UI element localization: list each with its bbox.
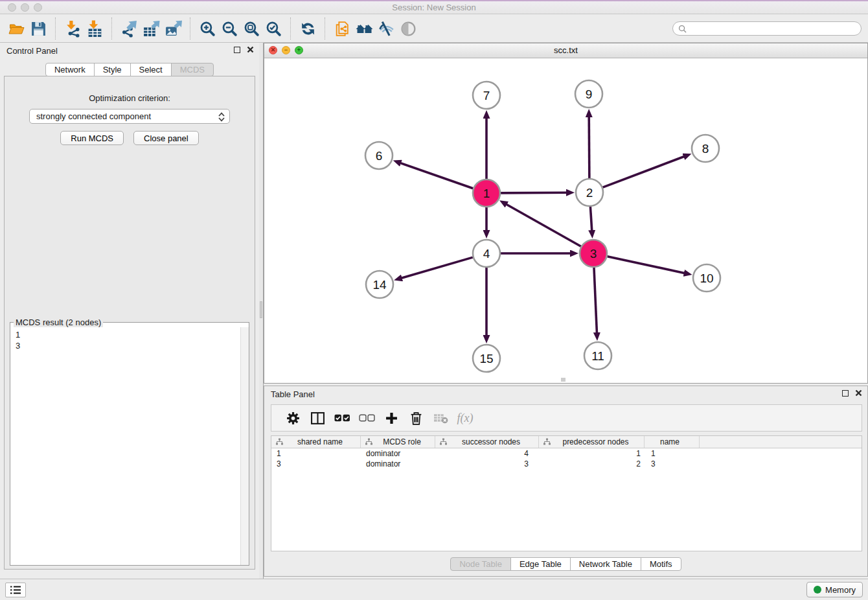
- column-header-shared-name[interactable]: shared name: [271, 436, 361, 448]
- column-header-name[interactable]: name: [645, 436, 700, 448]
- graph-node-2[interactable]: 2: [576, 179, 603, 206]
- import-table-button[interactable]: [84, 17, 106, 40]
- graph-node-3[interactable]: 3: [580, 240, 607, 267]
- run-mcds-button[interactable]: Run MCDS: [60, 131, 124, 145]
- clone-network-button[interactable]: [331, 17, 353, 40]
- table-cell[interactable]: 3: [435, 459, 539, 468]
- graph-node-10[interactable]: 10: [693, 264, 720, 292]
- memory-button[interactable]: Memory: [806, 582, 863, 597]
- graph-edge-4-14[interactable]: [400, 257, 473, 279]
- graph-edge-3-1[interactable]: [505, 203, 581, 246]
- graph-edge-2-9[interactable]: [589, 115, 589, 178]
- home-button[interactable]: [353, 17, 375, 40]
- open-session-button[interactable]: [5, 17, 27, 40]
- table-cell[interactable]: 3: [645, 459, 700, 468]
- zoom-out-button[interactable]: [218, 17, 240, 40]
- window-minimize-button[interactable]: [21, 3, 29, 12]
- window-close-button[interactable]: [8, 3, 16, 12]
- export-network-button[interactable]: [118, 17, 140, 40]
- float-table-panel-icon[interactable]: [842, 390, 849, 397]
- graph-edge-2-8[interactable]: [603, 156, 686, 187]
- tab-edge-table[interactable]: Edge Table: [510, 557, 571, 571]
- function-builder-button[interactable]: f(x): [453, 407, 477, 429]
- hide-selected-button[interactable]: [375, 17, 397, 40]
- graph-edge-3-10[interactable]: [607, 257, 685, 273]
- graph-node-8[interactable]: 8: [692, 135, 719, 162]
- save-icon: [30, 21, 47, 37]
- import-network-button[interactable]: [62, 17, 84, 40]
- tab-network-table[interactable]: Network Table: [570, 557, 641, 571]
- graph-node-1[interactable]: 1: [473, 179, 500, 207]
- delete-table-button[interactable]: [428, 407, 453, 429]
- table-cell[interactable]: dominator: [361, 449, 435, 458]
- network-canvas[interactable]: 7968124314101511: [264, 58, 867, 383]
- network-window-titlebar[interactable]: ✕ − + scc.txt: [264, 43, 867, 58]
- column-header-successor-nodes[interactable]: successor nodes: [435, 436, 539, 448]
- result-scrollbar[interactable]: [240, 327, 249, 565]
- search-input[interactable]: [689, 23, 856, 34]
- status-bar: Memory: [0, 579, 868, 600]
- window-zoom-button[interactable]: [34, 3, 42, 12]
- table-cell[interactable]: 1: [645, 449, 700, 458]
- zoom-selected-button[interactable]: [262, 17, 284, 40]
- main-toolbar: [0, 15, 868, 43]
- table-cell[interactable]: 4: [435, 449, 539, 458]
- table-settings-button[interactable]: [280, 407, 305, 429]
- graph-node-4[interactable]: 4: [473, 240, 500, 267]
- tab-network[interactable]: Network: [45, 63, 95, 76]
- save-session-button[interactable]: [27, 17, 49, 40]
- export-image-button[interactable]: [162, 17, 184, 40]
- close-panel-button[interactable]: Close panel: [133, 131, 199, 145]
- column-header-MCDS-role[interactable]: MCDS role: [361, 436, 435, 448]
- delete-column-button[interactable]: [404, 407, 428, 429]
- graph-edge-1-2[interactable]: [501, 192, 568, 193]
- optimization-criterion-dropdown[interactable]: strongly connected component: [29, 109, 230, 124]
- tab-node-table[interactable]: Node Table: [450, 557, 511, 571]
- tab-style[interactable]: Style: [94, 63, 131, 76]
- table-cell[interactable]: dominator: [361, 459, 435, 468]
- tab-motifs[interactable]: Motifs: [641, 557, 681, 571]
- task-history-button[interactable]: [5, 583, 26, 597]
- network-zoom-button[interactable]: +: [295, 46, 303, 54]
- graph-node-11[interactable]: 11: [584, 342, 611, 369]
- graph-node-14[interactable]: 14: [366, 271, 393, 298]
- zoom-in-button[interactable]: [196, 17, 218, 40]
- zoom-fit-icon: [243, 20, 260, 38]
- zoom-fit-button[interactable]: [240, 17, 262, 40]
- graph-edge-1-6[interactable]: [399, 163, 473, 189]
- table-cell[interactable]: 2: [539, 459, 645, 468]
- splitter-grip[interactable]: [260, 301, 262, 318]
- refresh-layout-button[interactable]: [297, 17, 319, 40]
- graph-node-9[interactable]: 9: [575, 80, 602, 108]
- graph-node-7[interactable]: 7: [473, 82, 500, 109]
- split-panel-button[interactable]: [305, 407, 330, 429]
- window-resize-grip[interactable]: [561, 378, 565, 382]
- panel-splitter[interactable]: [259, 43, 264, 579]
- control-panel-title: Control Panel: [6, 46, 58, 56]
- table-row[interactable]: 1dominator411: [271, 448, 862, 459]
- network-minimize-button[interactable]: −: [282, 46, 290, 54]
- table-cell[interactable]: 3: [271, 459, 361, 468]
- mcds-result-text[interactable]: 1 3: [16, 329, 249, 351]
- deselect-all-button[interactable]: [354, 407, 379, 429]
- table-cell[interactable]: 1: [271, 449, 361, 458]
- float-panel-icon[interactable]: [234, 47, 240, 53]
- select-all-button[interactable]: [330, 407, 354, 429]
- add-column-button[interactable]: [379, 407, 404, 429]
- tab-select[interactable]: Select: [130, 63, 172, 76]
- show-hidden-button[interactable]: [397, 17, 419, 40]
- network-close-button[interactable]: ✕: [269, 46, 277, 54]
- table-row[interactable]: 3dominator323: [271, 459, 862, 469]
- export-table-button[interactable]: [140, 17, 162, 40]
- column-header-predecessor-nodes[interactable]: predecessor nodes: [539, 436, 645, 448]
- table-cell[interactable]: 1: [539, 449, 645, 458]
- dropdown-value: strongly connected component: [36, 111, 151, 121]
- graph-node-6[interactable]: 6: [365, 142, 393, 169]
- graph-edge-2-3[interactable]: [590, 207, 591, 232]
- graph-edge-3-11[interactable]: [594, 268, 597, 334]
- close-table-panel-icon[interactable]: [855, 389, 862, 397]
- graph-node-15[interactable]: 15: [473, 345, 500, 372]
- toolbar-separator: [325, 17, 325, 40]
- close-panel-icon[interactable]: [247, 46, 254, 53]
- tab-mcds[interactable]: MCDS: [171, 63, 214, 76]
